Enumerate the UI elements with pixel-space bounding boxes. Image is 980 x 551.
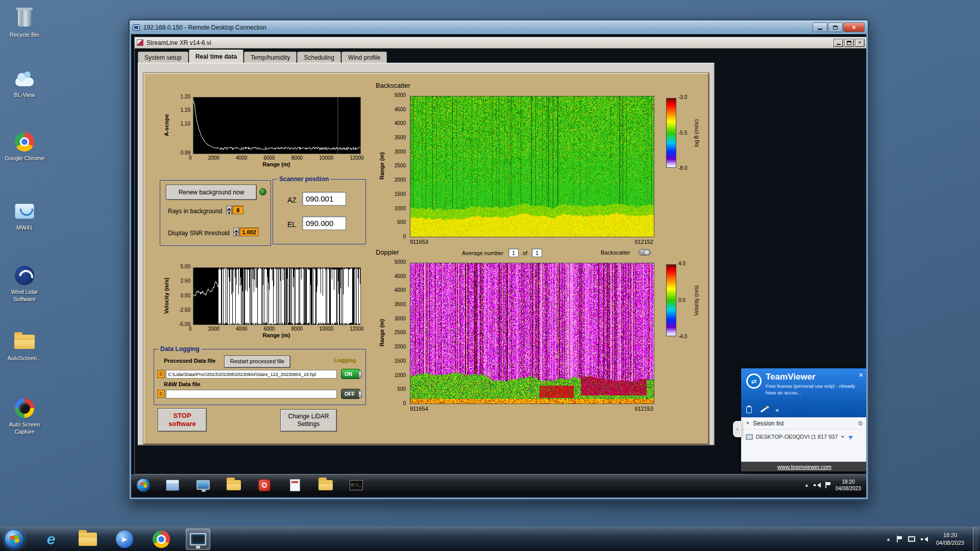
chrome-icon	[13, 131, 36, 153]
tray-expand-icon[interactable]: ▲	[804, 483, 809, 488]
rays-spinner[interactable]	[226, 206, 232, 214]
taskbar-internet-explorer[interactable]: e	[39, 529, 63, 550]
backscatter-toggle-label: Backscatter	[601, 249, 630, 256]
average-number-field[interactable]: 1	[508, 248, 519, 257]
rdp-maximize-button[interactable]	[828, 22, 843, 32]
raw-logging-toggle[interactable]: OFF	[341, 389, 360, 399]
app-minimize-button[interactable]	[834, 39, 843, 47]
teamviewer-collapse-tab[interactable]: ›	[733, 421, 742, 437]
desktop-icon-mw41[interactable]: MW41	[0, 200, 49, 232]
host-clock[interactable]: 18:20 04/08/2023	[936, 532, 964, 547]
rdp-minimize-button[interactable]	[813, 22, 827, 32]
remote-task-document-app[interactable]	[286, 478, 304, 492]
teamviewer-close-icon[interactable]: ×	[859, 370, 863, 379]
change-lidar-settings-button[interactable]: Change LiDAR Settings	[280, 409, 337, 432]
desktop-icon-recycle-bin[interactable]: Recycle Bin	[0, 7, 49, 39]
chevron-down-icon[interactable]: ▼	[841, 435, 845, 439]
desktop-icon-auto-screen-capture[interactable]: Auto Screen Capture	[0, 397, 49, 436]
desktop-icon-wind-lidar[interactable]: Wind Lidar Software	[0, 264, 49, 303]
remote-clock[interactable]: 18:20 04/08/2023	[836, 479, 861, 492]
remote-task-record-app[interactable]	[256, 478, 273, 492]
desktop-icon-autoscreen[interactable]: AutoScreen...	[0, 331, 49, 362]
processed-data-file-label: Processed Data file	[164, 358, 216, 364]
tick-label: 10000	[319, 155, 333, 161]
volume-icon[interactable]	[814, 482, 820, 488]
backscatter-toggle[interactable]	[639, 249, 651, 256]
tick-label: 0	[403, 401, 406, 406]
connect-cursor-icon[interactable]: ➤	[846, 432, 855, 442]
start-button[interactable]	[4, 529, 24, 549]
remote-desktop-icon	[190, 533, 206, 545]
tick-label: 3500	[395, 302, 406, 307]
tick-label: 3000	[395, 316, 406, 321]
az-value-field[interactable]: 090.001	[302, 192, 346, 206]
tick-label: 4000	[395, 121, 406, 126]
tab-scheduling[interactable]: Scheduling	[297, 52, 340, 63]
remote-task-cmd[interactable]: C:\_	[348, 478, 365, 492]
snr-spinner[interactable]	[233, 228, 239, 236]
taskbar-explorer[interactable]	[76, 529, 100, 550]
taskbar-remote-desktop-active[interactable]	[186, 529, 210, 550]
rdp-titlebar[interactable]: 192.168.0.150 - Remote Desktop Connectio…	[130, 20, 868, 34]
desktop: Recycle Bin BL-View Google Chrome MW41 W…	[0, 0, 980, 551]
gear-icon[interactable]: ⚙	[857, 420, 863, 427]
of-label: of	[523, 250, 527, 256]
teamviewer-link[interactable]: www.teamviewer.com	[777, 464, 831, 470]
action-center-flag-icon[interactable]	[896, 536, 902, 542]
average-total-field[interactable]: 1	[532, 248, 542, 257]
session-list-row[interactable]: ▼ Session list ⚙	[741, 417, 866, 430]
toggle-lever	[358, 391, 362, 398]
restart-processed-file-button[interactable]: Restart processed file	[224, 356, 290, 368]
mw41-icon	[13, 200, 36, 222]
rays-value-field[interactable]: 8	[232, 206, 243, 214]
logging-label: Logging	[334, 357, 356, 363]
show-desktop-button[interactable]	[973, 527, 979, 551]
tick-label: 10000	[319, 326, 333, 332]
tab-temp-humidity[interactable]: Temp/humidity	[244, 52, 297, 63]
app-maximize-button[interactable]	[844, 39, 854, 47]
tab-real-time-data[interactable]: Real time data	[189, 49, 243, 63]
tab-system-setup[interactable]: System setup	[138, 52, 188, 63]
remote-start-button[interactable]	[136, 478, 151, 492]
clipboard-icon[interactable]	[746, 407, 752, 413]
el-label: EL	[287, 220, 296, 229]
desktop-icon-bl-view[interactable]: BL-View	[0, 67, 49, 99]
snr-threshold-label: Display SNR threshold	[168, 230, 230, 237]
stop-software-button[interactable]: STOP software	[158, 408, 207, 432]
tray-expand-icon[interactable]: ▲	[886, 537, 891, 542]
processed-logging-toggle[interactable]: ON	[341, 369, 360, 379]
app-close-button[interactable]: ×	[855, 39, 865, 47]
velocity-x-axis-label: Range (m)	[193, 332, 360, 338]
taskbar-chrome[interactable]	[149, 529, 174, 550]
ascope-x-ticks: 020004000600080001000012000	[189, 155, 364, 161]
rdp-close-button[interactable]: ×	[843, 22, 865, 32]
collapse-left-icon[interactable]: «	[775, 406, 779, 414]
tab-wind-profile[interactable]: Wind profile	[341, 52, 387, 63]
processed-path-field[interactable]: C:\Lidar\Data\Proc\2023\202308\20230804\…	[166, 370, 337, 379]
desktop-icon-label: Wind Lidar Software	[1, 289, 48, 303]
remote-task-folder2[interactable]	[317, 478, 334, 492]
streamline-titlebar[interactable]: StreamLine XR v14-6.vi ×	[135, 37, 866, 48]
raw-path-field[interactable]	[166, 390, 337, 398]
session-entry[interactable]: DESKTOP-OE0QDVI (1 817 937 ▼ ➤	[741, 430, 866, 444]
backscatter-colorbar-label: log B (/m/sr)	[693, 98, 700, 168]
tick-label: 0	[189, 326, 192, 332]
desktop-icon-google-chrome[interactable]: Google Chrome	[0, 131, 49, 162]
remote-task-folder[interactable]	[225, 478, 242, 492]
renew-background-led	[259, 188, 266, 195]
remote-task-monitor[interactable]	[194, 478, 212, 492]
renew-background-button[interactable]: Renew background now	[166, 185, 257, 200]
network-icon[interactable]	[908, 536, 915, 542]
notification-flag-icon[interactable]	[825, 482, 831, 488]
desktop-icon-label: MW41	[16, 224, 33, 232]
doppler-title: Doppler	[376, 248, 399, 256]
taskbar-media-player[interactable]: ▶	[112, 529, 137, 550]
volume-icon[interactable]	[921, 536, 927, 542]
snr-value-field[interactable]: 1.002	[239, 228, 259, 236]
ascope-plot	[193, 97, 361, 154]
brush-icon[interactable]	[760, 407, 767, 412]
tick-label: 4000	[236, 155, 247, 161]
el-value-field[interactable]: 090.000	[302, 216, 346, 230]
tick-label: -8.0	[678, 166, 687, 171]
remote-task-window[interactable]	[164, 478, 181, 492]
